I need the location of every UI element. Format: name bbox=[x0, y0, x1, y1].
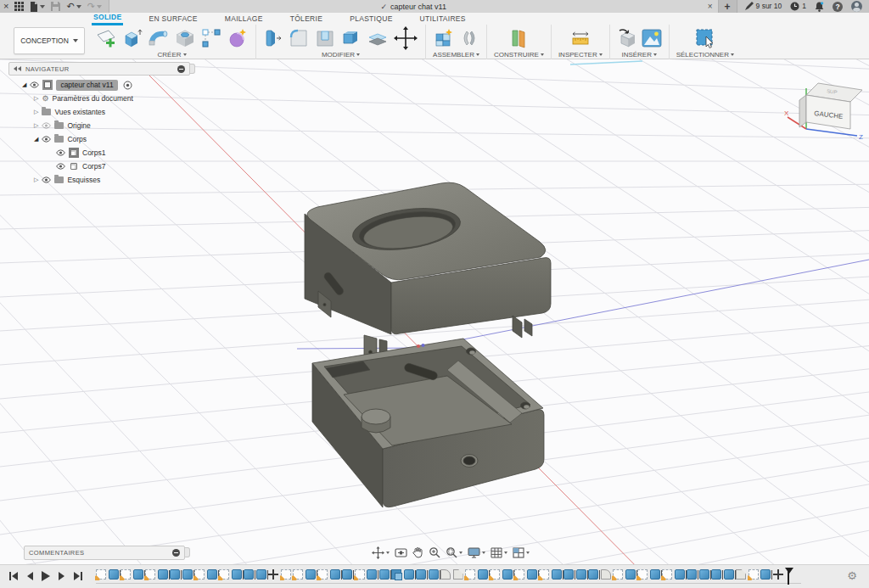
viewports-icon[interactable] bbox=[513, 547, 530, 558]
group-label-construire[interactable]: CONSTRUIRE bbox=[494, 51, 544, 59]
expanded-icon[interactable]: ◢ bbox=[34, 136, 38, 143]
new-component-icon[interactable] bbox=[433, 27, 455, 49]
joint-icon[interactable] bbox=[459, 27, 479, 49]
tree-item-corps7[interactable]: Corps7 bbox=[8, 160, 190, 173]
offset-face-icon[interactable] bbox=[367, 27, 389, 49]
timeline-feature-extrude[interactable] bbox=[416, 569, 426, 580]
timeline-feature-extrude[interactable] bbox=[527, 569, 537, 580]
hide-panel-icon[interactable] bbox=[172, 549, 180, 557]
body-corps7-box[interactable] bbox=[312, 339, 544, 507]
activate-component-icon[interactable] bbox=[123, 81, 132, 90]
step-back-icon[interactable] bbox=[25, 571, 34, 581]
timeline-feature-sketch[interactable] bbox=[662, 569, 672, 580]
group-label-inspecter[interactable]: INSPECTER bbox=[558, 51, 603, 59]
visibility-eye-icon[interactable] bbox=[56, 163, 65, 170]
expanded-icon[interactable]: ◢ bbox=[22, 81, 26, 88]
group-label-creer[interactable]: CRÉER bbox=[157, 51, 186, 59]
timeline-feature-extrude[interactable] bbox=[182, 569, 193, 580]
tree-item-esquisses[interactable]: ▷ Esquisses bbox=[8, 173, 190, 187]
tab-maillage[interactable]: MAILLAGE bbox=[223, 14, 265, 25]
orbit-icon[interactable] bbox=[372, 546, 390, 559]
timeline-feature-extrude[interactable] bbox=[429, 569, 439, 580]
panel-handle[interactable] bbox=[190, 64, 195, 74]
help-icon[interactable]: ? bbox=[833, 2, 843, 12]
tree-item-corps1[interactable]: Corps1 bbox=[8, 146, 190, 160]
zoom-icon[interactable] bbox=[429, 546, 440, 558]
avatar[interactable] bbox=[851, 1, 862, 12]
group-label-inserer[interactable]: INSÉRER bbox=[621, 51, 657, 59]
timeline-feature-sketch[interactable] bbox=[194, 569, 205, 580]
timeline-feature-sketch[interactable] bbox=[514, 569, 524, 580]
close-icon[interactable]: × bbox=[3, 2, 8, 11]
measure-icon[interactable] bbox=[569, 27, 591, 49]
timeline-feature-sketch[interactable] bbox=[465, 569, 475, 580]
insert-derive-icon[interactable] bbox=[617, 27, 637, 49]
tree-item-origine[interactable]: ▷ Origine bbox=[8, 119, 190, 132]
timeline-feature-extrude[interactable] bbox=[306, 569, 316, 580]
data-panel-grid-icon[interactable] bbox=[14, 2, 24, 11]
timeline-feature-sketch[interactable] bbox=[613, 569, 623, 580]
create-sketch-icon[interactable] bbox=[95, 27, 117, 49]
timeline-feature-extrude[interactable] bbox=[625, 569, 636, 580]
file-menu-icon[interactable] bbox=[30, 2, 45, 12]
document-tab[interactable]: ✓ capteur chat v11 × bbox=[109, 0, 719, 13]
timeline-feature-sketch[interactable] bbox=[317, 569, 328, 580]
collapsed-icon[interactable]: ▷ bbox=[34, 109, 38, 115]
group-label-selectionner[interactable]: SÉLECTIONNER bbox=[676, 51, 734, 59]
timeline-feature-sketch[interactable] bbox=[145, 569, 155, 580]
timeline-feature-extrude[interactable] bbox=[207, 569, 217, 580]
timeline-feature-extrude[interactable] bbox=[563, 569, 574, 580]
fit-view-icon[interactable] bbox=[446, 546, 463, 558]
timeline-settings-gear-icon[interactable]: ⚙ bbox=[847, 570, 857, 581]
select-icon[interactable] bbox=[694, 27, 716, 49]
press-pull-icon[interactable] bbox=[263, 27, 283, 49]
timeline-feature-extrude[interactable] bbox=[244, 569, 254, 580]
viewcube[interactable]: GAUCHE SUP X Z bbox=[782, 61, 864, 149]
tab-tolerie[interactable]: TÔLERIE bbox=[289, 14, 324, 25]
timeline-feature-extrude[interactable] bbox=[256, 569, 266, 580]
timeline-feature-sketch[interactable] bbox=[281, 569, 291, 580]
viewport-3d[interactable]: NAVIGATEUR ◢ capteur chat v11 ▷ ⚙ Paramè… bbox=[0, 59, 869, 564]
body-corps1-lid[interactable] bbox=[305, 182, 551, 338]
timeline-feature-extrude[interactable] bbox=[650, 569, 660, 580]
tab-en-surface[interactable]: EN SURFACE bbox=[147, 14, 199, 25]
tab-solide[interactable]: SOLIDE bbox=[92, 12, 123, 25]
tree-item-vues[interactable]: ▷ Vues existantes bbox=[8, 105, 190, 119]
timeline-feature-fillet[interactable] bbox=[440, 569, 451, 580]
timeline-feature-extrude[interactable] bbox=[711, 569, 721, 580]
hole-icon[interactable] bbox=[174, 27, 196, 49]
timeline-feature-extrude[interactable] bbox=[576, 569, 586, 580]
skip-to-start-icon[interactable] bbox=[8, 571, 19, 581]
job-status-clock-icon[interactable]: 1 bbox=[790, 2, 806, 11]
visibility-eye-icon[interactable] bbox=[42, 122, 51, 129]
timeline-feature-extrude[interactable] bbox=[330, 569, 340, 580]
timeline-feature-extrude[interactable] bbox=[588, 569, 598, 580]
timeline-feature-extrude[interactable] bbox=[552, 569, 562, 580]
tree-item-root[interactable]: ◢ capteur chat v11 bbox=[8, 78, 190, 92]
timeline-feature-extrude[interactable] bbox=[404, 569, 414, 580]
workspace-selector[interactable]: CONCEPTION bbox=[14, 27, 85, 54]
timeline-feature-move[interactable] bbox=[773, 569, 783, 580]
play-icon[interactable] bbox=[41, 570, 51, 582]
display-settings-icon[interactable] bbox=[468, 547, 485, 558]
create-form-icon[interactable] bbox=[227, 27, 249, 49]
visibility-eye-icon[interactable] bbox=[42, 136, 51, 143]
undo-icon[interactable]: ↶ bbox=[66, 2, 81, 11]
redo-icon[interactable]: ↷ bbox=[87, 2, 102, 11]
group-label-modifier[interactable]: MODIFIER bbox=[322, 51, 360, 59]
timeline-feature-sketch[interactable] bbox=[637, 569, 648, 580]
version-status[interactable]: 9 sur 10 bbox=[744, 2, 782, 11]
timeline-feature-extrude[interactable] bbox=[675, 569, 685, 580]
timeline-feature-extrude[interactable] bbox=[158, 569, 168, 580]
notifications-bell-icon[interactable] bbox=[815, 2, 824, 12]
timeline-feature-extrude[interactable] bbox=[232, 569, 242, 580]
tree-item-corps[interactable]: ◢ Corps bbox=[8, 132, 190, 146]
panel-handle[interactable] bbox=[185, 547, 190, 557]
navigator-header[interactable]: NAVIGATEUR bbox=[8, 62, 190, 76]
timeline-feature-extrude[interactable] bbox=[724, 569, 734, 580]
timeline-feature-sketch[interactable] bbox=[96, 569, 106, 580]
timeline-feature-extrude[interactable] bbox=[367, 569, 377, 580]
collapsed-icon[interactable]: ▷ bbox=[34, 122, 38, 129]
extrude-icon[interactable] bbox=[121, 27, 143, 49]
canvas-image-icon[interactable] bbox=[642, 29, 662, 48]
